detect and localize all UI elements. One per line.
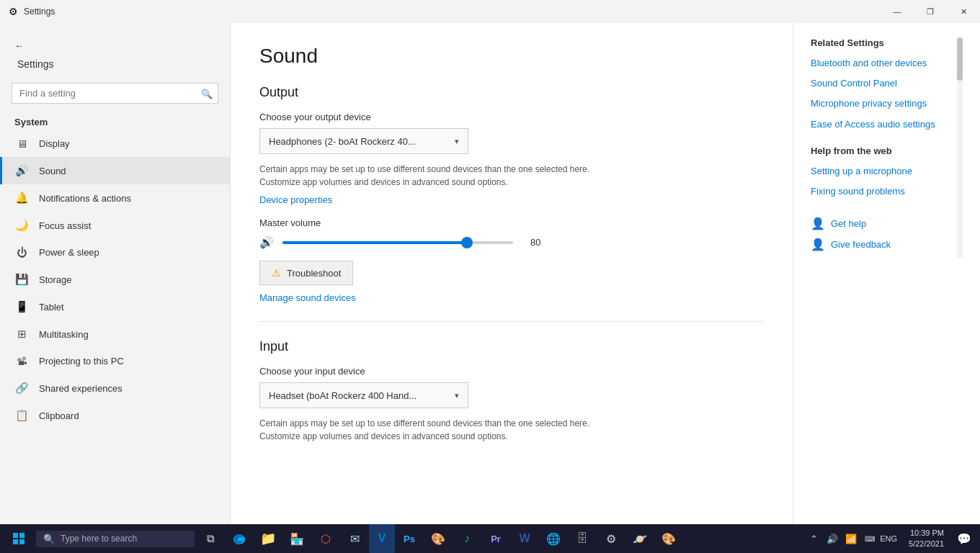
v-icon[interactable]: V <box>369 524 395 553</box>
search-input[interactable] <box>12 83 218 104</box>
taskbar: 🔍 Type here to search ⧉ 📁 🏪 ⬡ ✉ V Ps 🎨 ♪… <box>0 524 980 553</box>
color-icon[interactable]: 🎨 <box>424 524 453 553</box>
sidebar-item-label: Power & sleep <box>39 247 99 258</box>
volume-speaker-icon: 🔊 <box>259 235 274 249</box>
volume-section: Master volume 🔊 80 <box>259 217 764 249</box>
sidebar-item-shared[interactable]: 🔗 Shared experiences <box>0 374 230 402</box>
sidebar-item-power[interactable]: ⏻ Power & sleep <box>0 239 230 266</box>
input-device-label: Choose your input device <box>259 366 764 377</box>
multitasking-icon: ⊞ <box>14 328 29 341</box>
related-link-ease-of-access[interactable]: Ease of Access audio settings <box>811 118 954 131</box>
related-link-sound-panel[interactable]: Sound Control Panel <box>811 77 954 90</box>
notification-center-button[interactable]: 💬 <box>951 524 977 553</box>
titlebar: ⚙ Settings — ❐ ✕ <box>0 0 980 23</box>
focus-icon: 🌙 <box>14 219 29 232</box>
sidebar-item-focus[interactable]: 🌙 Focus assist <box>0 212 230 239</box>
premiere-icon[interactable]: Pr <box>481 524 510 553</box>
system-label: System <box>0 112 230 130</box>
sidebar-item-notifications[interactable]: 🔔 Notifications & actions <box>0 184 230 212</box>
sidebar-item-projecting[interactable]: 📽 Projecting to this PC <box>0 348 230 374</box>
volume-tray-icon[interactable]: 🔊 <box>824 524 841 553</box>
chrome-icon[interactable]: 🌐 <box>539 524 568 553</box>
give-feedback-link[interactable]: Give feedback <box>831 238 891 251</box>
sidebar-item-storage[interactable]: 💾 Storage <box>0 266 230 293</box>
settings-icon[interactable]: ⚙ <box>597 524 625 553</box>
right-panel: Related Settings Bluetooth and other dev… <box>793 23 980 524</box>
file-explorer-icon[interactable]: 📁 <box>254 524 282 553</box>
input-dropdown-arrow: ▾ <box>455 391 459 400</box>
planet-icon[interactable]: 🪐 <box>625 524 654 553</box>
sidebar-item-label: Multitasking <box>39 329 89 340</box>
get-help-link[interactable]: Get help <box>831 217 866 230</box>
volume-slider[interactable] <box>282 241 513 244</box>
page-title: Sound <box>259 45 764 68</box>
minimize-button[interactable]: — <box>881 0 914 23</box>
system-clock[interactable]: 10:39 PM 5/22/2021 <box>903 528 950 550</box>
photoshop-icon[interactable]: Ps <box>395 524 424 553</box>
related-link-microphone[interactable]: Microphone privacy settings <box>811 97 954 110</box>
sidebar-item-label: Clipboard <box>39 410 79 421</box>
word-icon[interactable]: W <box>510 524 539 553</box>
taskbar-search[interactable]: 🔍 Type here to search <box>36 531 195 547</box>
troubleshoot-label: Troubleshoot <box>287 268 341 279</box>
volume-slider-thumb[interactable] <box>461 237 473 248</box>
shared-icon: 🔗 <box>14 382 29 395</box>
paint-icon[interactable]: 🎨 <box>654 524 683 553</box>
sidebar-item-label: Projecting to this PC <box>39 356 124 367</box>
related-link-bluetooth[interactable]: Bluetooth and other devices <box>811 57 954 70</box>
sidebar-app-title: Settings <box>17 58 215 70</box>
section-divider <box>259 321 764 322</box>
help-link-microphone[interactable]: Setting up a microphone <box>811 165 954 178</box>
search-icon: 🔍 <box>201 88 213 99</box>
mail-icon[interactable]: ✉ <box>340 524 369 553</box>
maximize-button[interactable]: ❐ <box>914 0 947 23</box>
settings-app-icon: ⚙ <box>9 6 18 17</box>
keyboard-icon[interactable]: ⌨ <box>861 524 878 553</box>
sidebar-item-label: Focus assist <box>39 220 91 231</box>
language-label[interactable]: ENG <box>880 524 897 553</box>
taskview-button[interactable]: ⧉ <box>196 524 225 553</box>
volume-label: Master volume <box>259 217 764 228</box>
input-device-value: Headset (boAt Rockerz 400 Hand... <box>269 390 416 401</box>
back-button[interactable]: ← <box>14 37 24 54</box>
close-button[interactable]: ✕ <box>947 0 980 23</box>
sidebar-item-multitasking[interactable]: ⊞ Multitasking <box>0 320 230 348</box>
scroll-thumb[interactable] <box>957 37 963 81</box>
output-dropdown-arrow: ▾ <box>455 137 459 146</box>
store-icon[interactable]: 🏪 <box>282 524 311 553</box>
output-device-dropdown[interactable]: Headphones (2- boAt Rockerz 40... ▾ <box>259 128 468 154</box>
git-icon[interactable]: ⬡ <box>311 524 340 553</box>
sidebar-item-label: Storage <box>39 274 72 285</box>
sidebar-item-tablet[interactable]: 📱 Tablet <box>0 293 230 320</box>
manage-sound-devices-link[interactable]: Manage sound devices <box>259 292 356 303</box>
sidebar: ← Settings 🔍 System 🖥 Display 🔊 Sound 🔔 … <box>0 23 231 524</box>
start-button[interactable] <box>3 524 35 553</box>
give-feedback-item[interactable]: 👤 Give feedback <box>811 238 954 251</box>
get-help-item[interactable]: 👤 Get help <box>811 217 954 230</box>
output-device-value: Headphones (2- boAt Rockerz 40... <box>269 136 416 147</box>
input-device-dropdown[interactable]: Headset (boAt Rockerz 400 Hand... ▾ <box>259 382 468 408</box>
volume-value: 80 <box>530 237 540 248</box>
help-link-sound[interactable]: Fixing sound problems <box>811 185 954 198</box>
troubleshoot-button[interactable]: ⚠ Troubleshoot <box>259 261 353 285</box>
sidebar-item-label: Shared experiences <box>39 383 122 394</box>
help-from-web-title: Help from the web <box>811 145 954 156</box>
chevron-up-icon[interactable]: ⌃ <box>805 524 822 553</box>
power-icon: ⏻ <box>14 246 29 258</box>
edge-icon[interactable] <box>225 524 254 553</box>
spotify-icon[interactable]: ♪ <box>453 524 481 553</box>
device-properties-link[interactable]: Device properties <box>259 194 332 205</box>
sidebar-item-label: Tablet <box>39 302 64 313</box>
sidebar-item-sound[interactable]: 🔊 Sound <box>0 157 230 184</box>
titlebar-controls: — ❐ ✕ <box>881 0 980 23</box>
clipboard-icon: 📋 <box>14 409 29 422</box>
input-section-title: Input <box>259 339 764 354</box>
volume-slider-fill <box>282 241 467 244</box>
sidebar-item-display[interactable]: 🖥 Display <box>0 130 230 157</box>
db-icon[interactable]: 🗄 <box>568 524 597 553</box>
sidebar-item-clipboard[interactable]: 📋 Clipboard <box>0 402 230 429</box>
taskbar-search-placeholder: Type here to search <box>61 534 137 544</box>
sound-icon: 🔊 <box>14 164 29 177</box>
network-icon[interactable]: 📶 <box>842 524 860 553</box>
output-description: Certain apps may be set up to use differ… <box>259 163 620 189</box>
